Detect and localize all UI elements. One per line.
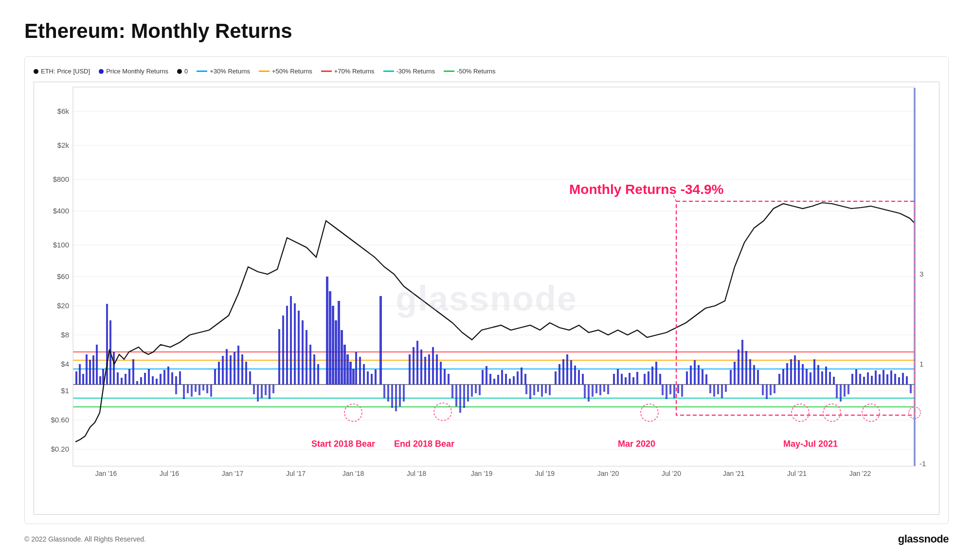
svg-rect-41 <box>96 345 98 385</box>
svg-rect-56 <box>152 376 154 385</box>
svg-rect-96 <box>359 357 361 385</box>
svg-rect-103 <box>413 347 414 385</box>
svg-rect-206 <box>391 385 393 408</box>
svg-rect-93 <box>349 362 352 385</box>
svg-rect-80 <box>302 320 304 385</box>
svg-text:Jan '18: Jan '18 <box>342 470 364 477</box>
svg-rect-55 <box>148 369 150 385</box>
svg-rect-100 <box>375 369 377 385</box>
footer: © 2022 Glassnode. All Rights Reserved. g… <box>24 533 949 545</box>
svg-rect-215 <box>471 385 473 397</box>
svg-rect-231 <box>607 385 609 394</box>
svg-rect-39 <box>89 360 91 385</box>
svg-rect-173 <box>833 377 835 385</box>
svg-rect-87 <box>332 306 334 385</box>
svg-rect-126 <box>559 364 560 385</box>
svg-rect-131 <box>578 370 580 385</box>
legend-label-eth-price: ETH: Price [USD] <box>41 68 90 75</box>
svg-rect-40 <box>92 355 94 385</box>
legend-item-zero: 0 <box>177 68 188 75</box>
svg-rect-106 <box>424 357 426 385</box>
svg-rect-145 <box>686 371 688 385</box>
svg-rect-171 <box>825 367 827 385</box>
svg-rect-143 <box>655 362 657 385</box>
legend: ETH: Price [USD] Price Monthly Returns 0… <box>34 68 939 75</box>
legend-item-price-monthly: Price Monthly Returns <box>99 68 168 75</box>
svg-rect-71 <box>241 354 243 385</box>
svg-rect-69 <box>234 352 235 385</box>
legend-label-price-monthly: Price Monthly Returns <box>106 68 168 75</box>
svg-rect-101 <box>379 296 382 385</box>
svg-rect-226 <box>588 385 590 402</box>
svg-rect-66 <box>222 356 224 385</box>
svg-rect-178 <box>867 372 869 385</box>
svg-rect-223 <box>545 385 547 393</box>
svg-text:Jul '18: Jul '18 <box>407 470 426 477</box>
svg-rect-81 <box>306 330 307 385</box>
svg-rect-48 <box>121 378 123 385</box>
svg-rect-36 <box>79 364 81 385</box>
svg-rect-207 <box>395 385 397 411</box>
svg-rect-114 <box>486 366 487 385</box>
svg-rect-228 <box>595 385 597 393</box>
svg-rect-77 <box>290 296 292 385</box>
legend-item-plus30: +30% Returns <box>197 68 250 75</box>
svg-rect-105 <box>420 350 422 385</box>
svg-rect-204 <box>383 385 385 398</box>
svg-rect-250 <box>847 385 849 394</box>
svg-rect-49 <box>125 374 126 385</box>
svg-rect-199 <box>257 385 259 402</box>
svg-text:$2k: $2k <box>57 141 70 149</box>
svg-rect-239 <box>713 385 715 397</box>
svg-rect-195 <box>202 385 204 390</box>
svg-text:Jan '21: Jan '21 <box>723 470 745 477</box>
legend-label-minus50: -50% Returns <box>457 68 495 75</box>
svg-rect-201 <box>265 385 267 395</box>
svg-text:$4: $4 <box>61 360 69 368</box>
svg-rect-63 <box>179 371 181 385</box>
svg-rect-119 <box>505 374 507 385</box>
svg-text:Jan '22: Jan '22 <box>849 470 871 477</box>
svg-rect-196 <box>206 385 208 393</box>
svg-text:$8: $8 <box>61 331 69 339</box>
svg-rect-112 <box>448 374 450 385</box>
svg-rect-123 <box>521 368 523 385</box>
svg-rect-246 <box>774 385 775 393</box>
svg-rect-42 <box>99 376 101 385</box>
svg-rect-124 <box>524 374 526 385</box>
svg-rect-52 <box>136 381 138 385</box>
svg-rect-89 <box>338 301 340 385</box>
svg-rect-224 <box>549 385 551 395</box>
svg-rect-155 <box>745 351 747 385</box>
svg-rect-142 <box>651 367 653 385</box>
svg-text:$20: $20 <box>57 301 69 310</box>
svg-rect-191 <box>187 385 189 393</box>
svg-rect-138 <box>632 377 634 385</box>
svg-rect-120 <box>509 379 511 385</box>
svg-rect-38 <box>86 354 88 385</box>
svg-rect-151 <box>730 370 732 385</box>
svg-rect-192 <box>191 385 193 397</box>
svg-rect-187 <box>902 373 904 385</box>
svg-rect-154 <box>741 340 743 385</box>
svg-rect-67 <box>226 349 228 385</box>
svg-rect-202 <box>269 385 270 399</box>
svg-rect-193 <box>195 385 197 392</box>
svg-text:$400: $400 <box>53 207 69 215</box>
chart-area: glassnode <box>34 82 939 515</box>
svg-rect-64 <box>214 369 216 385</box>
svg-rect-95 <box>355 352 357 385</box>
svg-rect-225 <box>584 385 586 398</box>
svg-rect-132 <box>582 374 584 385</box>
svg-rect-88 <box>335 320 337 385</box>
svg-rect-113 <box>482 370 484 385</box>
footer-copyright: © 2022 Glassnode. All Rights Reserved. <box>24 535 146 543</box>
svg-rect-140 <box>644 374 646 385</box>
svg-text:$800: $800 <box>53 175 69 183</box>
svg-rect-232 <box>662 385 664 395</box>
svg-rect-214 <box>467 385 469 402</box>
svg-rect-65 <box>218 362 220 385</box>
svg-rect-235 <box>673 385 675 398</box>
legend-line-plus50 <box>259 70 270 72</box>
svg-rect-162 <box>790 359 792 385</box>
